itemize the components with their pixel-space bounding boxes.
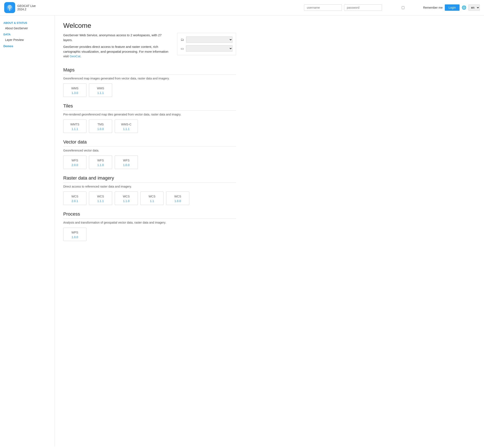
service-card-wps-1.0.0[interactable]: WPS1.0.0 bbox=[63, 228, 86, 241]
workspace-select-1[interactable] bbox=[186, 36, 233, 43]
service-name: WCS bbox=[91, 195, 110, 198]
service-name: WFS bbox=[65, 159, 84, 162]
service-name: TMS bbox=[91, 123, 110, 126]
service-card-wfs-1.1.0[interactable]: WFS1.1.0 bbox=[89, 155, 112, 169]
section-desc-maps: Georeferenced map images generated from … bbox=[63, 77, 236, 80]
logo-area: GEOCAT Live 2024.2 bbox=[4, 2, 59, 13]
section-desc-raster: Direct access to referenced raster data … bbox=[63, 185, 236, 188]
service-grid-raster: WCS2.0.1WCS1.1.1WCS1.1.0WCS1.1WCS1.0.0 bbox=[63, 192, 236, 205]
sidebar-item-about[interactable]: About GeoServer bbox=[0, 25, 55, 31]
section-title-process: Process bbox=[63, 211, 236, 219]
section-title-raster: Raster data and imagery bbox=[63, 175, 236, 183]
service-name: WMS bbox=[91, 87, 110, 90]
layer-icon: ▭ bbox=[181, 47, 184, 51]
service-card-wcs-2.0.1[interactable]: WCS2.0.1 bbox=[63, 192, 86, 205]
header: GEOCAT Live 2024.2 Remember me Login 🌐 e… bbox=[0, 0, 484, 15]
service-version: 1.3.0 bbox=[65, 91, 84, 95]
workspace-row-1: 🗂 bbox=[181, 36, 233, 43]
section-raster: Raster data and imageryDirect access to … bbox=[63, 175, 236, 205]
section-process: ProcessAnalysis and transformation of ge… bbox=[63, 211, 236, 241]
service-name: WFS bbox=[117, 159, 136, 162]
service-name: WMS bbox=[65, 87, 84, 90]
sections-container: MapsGeoreferenced map images generated f… bbox=[63, 67, 236, 241]
workspace-row-2: ▭ bbox=[181, 45, 233, 52]
service-card-wcs-1.1[interactable]: WCS1.1 bbox=[140, 192, 164, 205]
section-maps: MapsGeoreferenced map images generated f… bbox=[63, 67, 236, 97]
section-desc-process: Analysis and transformation of geospatia… bbox=[63, 221, 236, 224]
folder-icon: 🗂 bbox=[181, 38, 184, 41]
brand-live: Live bbox=[30, 4, 36, 8]
section-title-maps: Maps bbox=[63, 67, 236, 75]
service-name: WMS-C bbox=[117, 123, 136, 126]
section-desc-vector: Georeferenced vector data. bbox=[63, 149, 236, 152]
service-grid-maps: WMS1.3.0WMS1.1.1 bbox=[63, 83, 236, 97]
remember-me-label: Remember me bbox=[384, 6, 443, 9]
service-card-wcs-1.1.0[interactable]: WCS1.1.0 bbox=[115, 192, 138, 205]
main-content: Welcome GeoServer Web Service, anonymous… bbox=[55, 15, 244, 447]
service-version: 1.0.0 bbox=[65, 235, 84, 239]
globe-icon[interactable]: 🌐 bbox=[462, 5, 466, 10]
service-name: WPS bbox=[65, 231, 84, 234]
header-controls: Remember me Login 🌐 en de fr bbox=[304, 4, 480, 11]
service-name: WCS bbox=[65, 195, 84, 198]
service-card-wmts-1.1.1[interactable]: WMTS1.1.1 bbox=[63, 120, 86, 133]
username-input[interactable] bbox=[304, 4, 342, 11]
service-version: 2.0.0 bbox=[65, 163, 84, 167]
layout: ABOUT & STATUS About GeoServer DATA Laye… bbox=[0, 15, 484, 447]
service-card-wms-1.1.1[interactable]: WMS1.1.1 bbox=[89, 83, 112, 97]
service-card-wcs-1.1.1[interactable]: WCS1.1.1 bbox=[89, 192, 112, 205]
service-version: 1.1.0 bbox=[117, 199, 136, 203]
logo-text: GEOCAT Live 2024.2 bbox=[17, 4, 36, 11]
service-card-wfs-2.0.0[interactable]: WFS2.0.0 bbox=[63, 155, 86, 169]
service-name: WFS bbox=[91, 159, 110, 162]
sidebar: ABOUT & STATUS About GeoServer DATA Laye… bbox=[0, 15, 55, 447]
welcome-row: GeoServer Web Service, anonymous access … bbox=[63, 33, 236, 61]
service-grid-vector: WFS2.0.0WFS1.1.0WFS1.0.0 bbox=[63, 155, 236, 169]
version-label: 2024.2 bbox=[17, 8, 36, 11]
service-version: 1.1.1 bbox=[91, 91, 110, 95]
geocat-link[interactable]: GeoCat bbox=[70, 54, 81, 58]
service-version: 1.1.1 bbox=[117, 127, 136, 131]
service-version: 1.1.1 bbox=[91, 199, 110, 203]
service-card-wms-1.3.0[interactable]: WMS1.3.0 bbox=[63, 83, 86, 97]
service-version: 1.1.1 bbox=[65, 127, 84, 131]
sidebar-item-layer-preview[interactable]: Layer Preview bbox=[0, 37, 55, 43]
service-card-tms-1.0.0[interactable]: TMS1.0.0 bbox=[89, 120, 112, 133]
service-name: WMTS bbox=[65, 123, 84, 126]
service-version: 1.0.0 bbox=[169, 199, 187, 203]
svg-point-2 bbox=[9, 6, 10, 8]
workspace-select-2[interactable] bbox=[186, 45, 233, 52]
welcome-detail: GeoServer provides direct access to feat… bbox=[63, 44, 171, 59]
service-card-wms-c-1.1.1[interactable]: WMS-C1.1.1 bbox=[115, 120, 138, 133]
service-version: 1.1.0 bbox=[91, 163, 110, 167]
service-name: WCS bbox=[117, 195, 136, 198]
login-button[interactable]: Login bbox=[445, 4, 460, 11]
section-vector: Vector dataGeoreferenced vector data.WFS… bbox=[63, 139, 236, 169]
data-section-title: DATA bbox=[0, 31, 55, 37]
password-input[interactable] bbox=[344, 4, 382, 11]
section-title-vector: Vector data bbox=[63, 139, 236, 147]
service-name: WCS bbox=[143, 195, 161, 198]
language-select[interactable]: en de fr bbox=[468, 4, 480, 11]
logo-icon bbox=[4, 2, 15, 13]
sidebar-item-demos[interactable]: Demos bbox=[0, 43, 55, 49]
workspace-selects: 🗂 ▭ bbox=[177, 33, 236, 55]
section-title-tiles: Tiles bbox=[63, 103, 236, 111]
service-card-wfs-1.0.0[interactable]: WFS1.0.0 bbox=[115, 155, 138, 169]
brand-name: GEOCAT bbox=[17, 4, 30, 8]
section-tiles: TilesPre-rendered georeferenced map tile… bbox=[63, 103, 236, 133]
welcome-text: GeoServer Web Service, anonymous access … bbox=[63, 33, 171, 61]
service-name: WCS bbox=[169, 195, 187, 198]
page-title: Welcome bbox=[63, 22, 236, 30]
remember-me-checkbox[interactable] bbox=[384, 6, 422, 9]
service-version: 2.0.1 bbox=[65, 199, 84, 203]
service-version: 1.0.0 bbox=[117, 163, 136, 167]
about-section-title: ABOUT & STATUS bbox=[0, 20, 55, 25]
section-desc-tiles: Pre-rendered georeferenced map tiles gen… bbox=[63, 113, 236, 116]
welcome-summary: GeoServer Web Service, anonymous access … bbox=[63, 33, 171, 42]
service-card-wcs-1.0.0[interactable]: WCS1.0.0 bbox=[166, 192, 189, 205]
service-version: 1.0.0 bbox=[91, 127, 110, 131]
service-version: 1.1 bbox=[143, 199, 161, 203]
service-grid-process: WPS1.0.0 bbox=[63, 228, 236, 241]
service-grid-tiles: WMTS1.1.1TMS1.0.0WMS-C1.1.1 bbox=[63, 120, 236, 133]
